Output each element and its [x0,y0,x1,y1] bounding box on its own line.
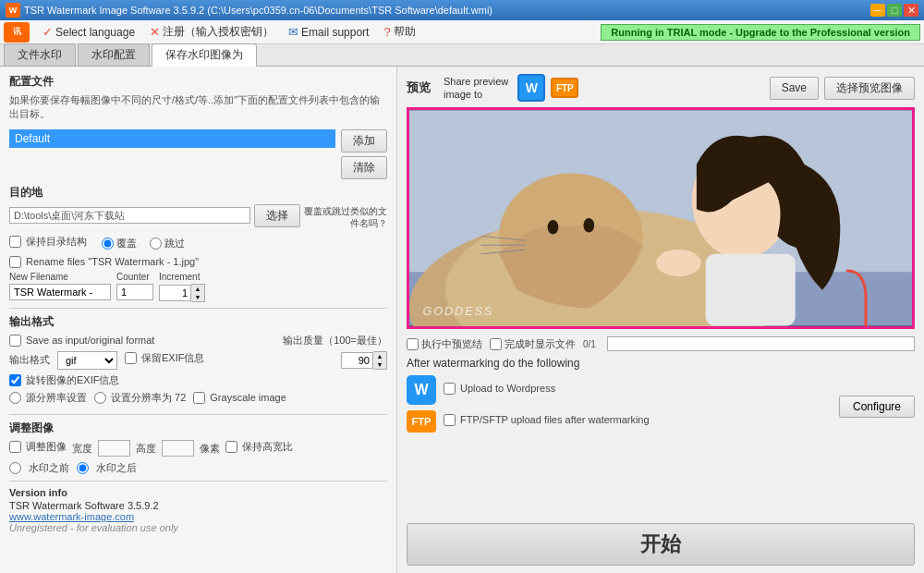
wp-upload-checkbox[interactable] [444,383,456,395]
increment-spinner-buttons: ▲ ▼ [191,284,205,302]
ftp-upload-checkbox[interactable] [444,414,456,426]
dpi-row: 源分辨率设置 设置分辨率为 72 Grayscale image [9,391,387,408]
trial-notice: Running in TRIAL mode - Upgrade to the P… [601,24,920,41]
overlap-label: 覆盖或跳过类似的文件名吗？ [304,205,387,229]
radio-cover[interactable] [102,238,114,250]
save-as-input-checkbox[interactable] [9,335,21,347]
adjust-checkbox[interactable] [9,441,21,453]
after-watermarking-title: After watermarking do the following [407,357,915,370]
version-link[interactable]: www.watermark-image.com [9,511,387,522]
counter-input[interactable] [116,284,153,300]
source-res-radio[interactable] [9,392,21,404]
adjust-label: 调整图像 [26,440,67,454]
quality-input[interactable] [341,352,373,369]
menu-select-language[interactable]: ✓ Select language [35,23,142,41]
adjust-row: 调整图像 宽度 高度 像素 保持高宽比 [9,440,387,457]
start-button-container: 开始 [407,516,915,566]
new-filename-label: New Filename [9,272,111,282]
increment-down-button[interactable]: ▼ [191,293,204,301]
show-files-checkbox[interactable] [490,338,502,350]
output-quality-label: 输出质量（100=最佳） [283,334,387,347]
progress-bar [607,336,915,351]
clear-config-button[interactable]: 清除 [341,156,387,179]
keep-structure-checkbox[interactable] [9,236,21,248]
add-config-button[interactable]: 添加 [341,129,387,152]
minimize-button[interactable]: ─ [870,4,885,17]
title-bar: W TSR Watermark Image Software 3.5.9.2 (… [0,0,924,20]
dest-path-input[interactable] [9,207,250,224]
bottom-controls: 执行中预览结 完成时显示文件 0/1 [407,336,915,351]
menu-register[interactable]: ✕ 注册（输入授权密钥） [142,22,281,42]
grayscale-checkbox[interactable] [193,392,205,404]
maximize-button[interactable]: □ [887,4,902,17]
svg-point-7 [656,250,701,276]
tab-save-watermark[interactable]: 保存水印图像为 [152,43,257,67]
radio-cover-label: 覆盖 [102,237,137,250]
save-preview-button[interactable]: Save [770,77,819,100]
radio-skip-label: 跳过 [150,237,185,250]
preview-header: 预览 Share previewimage to W FTP Save 选择预览… [407,74,915,102]
adjust-section-title: 调整图像 [9,421,387,436]
increment-input[interactable] [159,285,191,301]
configure-button[interactable]: Configure [839,396,915,418]
keep-exif-checkbox[interactable] [125,352,137,364]
rotate-exif-checkbox[interactable] [9,374,21,386]
preview-image-area: GODDESS [407,107,915,329]
new-filename-input[interactable] [9,284,111,300]
menu-help[interactable]: ? 帮助 [376,22,422,42]
window-controls: ─ □ ✕ [870,4,918,17]
check-icon: ✓ [43,25,53,39]
set-dpi-label: 设置分辨率为 72 [111,391,186,405]
start-button[interactable]: 开始 [407,523,915,566]
tab-watermark-file[interactable]: 文件水印 [4,43,76,66]
radio-skip[interactable] [150,238,162,250]
pixels-label: 像素 [200,442,220,456]
select-preview-button[interactable]: 选择预览图像 [824,77,915,100]
share-label: Share previewimage to [444,75,508,102]
dest-section-title: 目的地 [9,185,387,201]
config-item-default[interactable]: Default [9,129,335,148]
preview-title: 预览 [407,79,431,96]
menu-label-register: 注册（输入授权密钥） [163,24,274,40]
title-text: TSR Watermark Image Software 3.5.9.2 (C:… [24,5,870,16]
tab-bar: 文件水印 水印配置 保存水印图像为 [0,44,924,67]
select-dest-button[interactable]: 选择 [254,204,300,227]
rename-files-row: Rename files "TSR Watermark - 1.jpg" [9,256,387,268]
quality-down-button[interactable]: ▼ [373,360,386,369]
tab-watermark-config[interactable]: 水印配置 [78,43,150,66]
rename-label: Rename files "TSR Watermark - 1.jpg" [26,256,199,267]
help-icon: ? [383,25,390,39]
divider-1 [9,308,387,309]
height-input[interactable] [162,440,194,457]
increment-spinner: ▲ ▼ [159,284,205,302]
quality-up-button[interactable]: ▲ [373,352,386,360]
increment-up-button[interactable]: ▲ [191,285,204,293]
rotate-exif-row: 旋转图像的EXIF信息 [9,373,387,387]
keep-ratio-label: 保持高宽比 [242,440,293,454]
quality-spinner: ▲ ▼ [341,351,387,370]
menu-email[interactable]: ✉ Email support [281,23,376,41]
rename-checkbox[interactable] [9,256,21,268]
set-dpi-radio[interactable] [94,392,106,404]
wordpress-share-button[interactable]: W [517,74,545,102]
save-as-input-label: Save as input/original format [26,335,154,346]
watermark-after-radio[interactable] [77,462,89,474]
email-icon: ✉ [288,25,298,39]
ftp-upload-row: FTP FTP/SFTP upload files after watermar… [407,410,832,433]
watermark-before-radio[interactable] [9,462,21,474]
config-list: Default [9,129,335,174]
width-input[interactable] [98,440,130,457]
left-panel: 配置文件 如果你要保存每幅图像中不同的尺寸/格式/等..添加"下面的配置文件列表… [0,67,397,573]
watermark-before-label: 水印之前 [29,461,69,475]
exec-finish-checkbox[interactable] [407,338,419,350]
close-button[interactable]: ✕ [904,4,918,17]
save-as-input-row: Save as input/original format 输出质量（100=最… [9,334,387,347]
preview-buttons: Save 选择预览图像 [770,77,915,100]
increment-label: Increment [159,272,205,282]
keep-ratio-checkbox[interactable] [225,441,237,453]
ftp-share-button[interactable]: FTP [551,78,578,98]
preview-image: GODDESS [409,110,912,326]
keep-ratio-row: 保持高宽比 [225,440,293,454]
output-format-title: 输出格式 [9,314,387,330]
format-select[interactable]: gif jpg png bmp [57,351,117,370]
